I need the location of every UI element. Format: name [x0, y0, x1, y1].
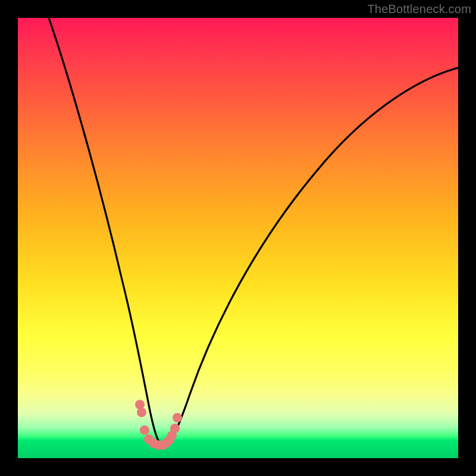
svg-point-2 [140, 425, 149, 435]
svg-point-11 [173, 413, 182, 422]
chart-svg [18, 18, 458, 458]
chart-frame [18, 18, 458, 458]
trough-dots [135, 400, 182, 450]
attribution-text: TheBottleneck.com [367, 2, 471, 16]
bottleneck-curve [49, 18, 458, 446]
svg-point-1 [137, 408, 146, 417]
svg-point-10 [170, 424, 180, 433]
